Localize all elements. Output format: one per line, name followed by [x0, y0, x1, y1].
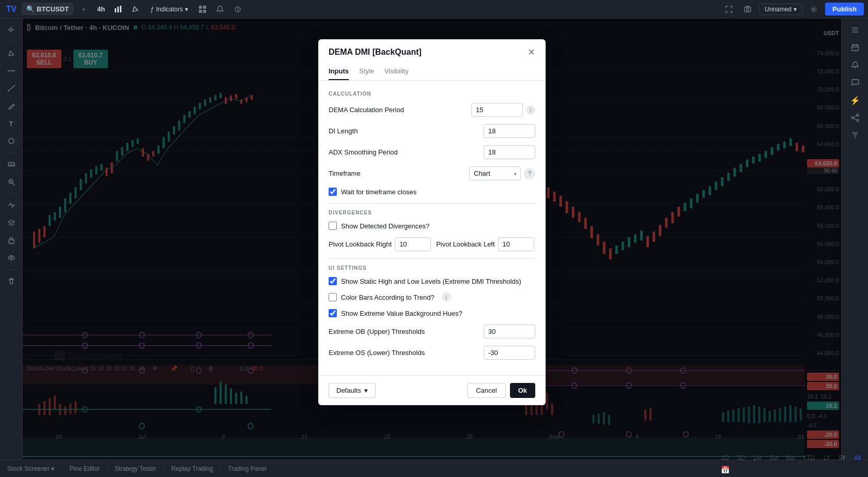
calendar-right-icon[interactable]	[847, 39, 863, 56]
screener-right-icon[interactable]	[847, 127, 863, 144]
fullscreen-icon[interactable]	[722, 2, 736, 17]
replay-icon[interactable]	[230, 2, 245, 17]
pivot-right-input[interactable]	[395, 237, 431, 251]
replay-trading-btn[interactable]: Replay Trading	[168, 464, 216, 473]
extreme-ob-input[interactable]	[484, 325, 535, 338]
form-row-extreme-os: Extreme OS (Lower) Thresholds	[329, 346, 535, 360]
crosshair-tool[interactable]: ✛	[3, 22, 20, 38]
trend-tool[interactable]	[3, 80, 20, 97]
indicators-side-icon[interactable]	[3, 197, 20, 213]
symbol-label: BTCUSDT	[37, 5, 69, 13]
alerts-right-icon[interactable]	[847, 57, 863, 73]
unnamed-button[interactable]: Unnamed ▾	[759, 4, 802, 15]
hline-tool[interactable]	[3, 63, 20, 79]
pine-editor-btn[interactable]: Pine Editor	[66, 464, 103, 473]
adx-smoothing-input[interactable]	[484, 145, 535, 159]
timeframe-button[interactable]: 4h	[94, 4, 108, 14]
show-divergences-checkbox[interactable]	[329, 222, 337, 230]
checkbox-color-bars: Color Bars According to Trend? i	[329, 293, 535, 302]
svg-point-27	[10, 257, 12, 259]
layout-icon[interactable]	[195, 2, 210, 17]
settings-icon[interactable]	[807, 2, 821, 17]
extreme-os-input[interactable]	[484, 346, 535, 360]
lock-icon[interactable]	[3, 232, 20, 249]
modal-dialog: DEMA DMI [BackQuant] ✕ Inputs Style Visi…	[318, 39, 546, 405]
static-levels-label[interactable]: Show Static High and Low Levels (Extreme…	[341, 278, 521, 285]
trading-panel-btn[interactable]: Trading Panel	[225, 464, 269, 473]
pen-tool[interactable]	[3, 98, 20, 114]
calendar-range-icon[interactable]: 📅	[718, 463, 733, 477]
extreme-bg-checkbox[interactable]	[329, 309, 337, 317]
publish-button[interactable]: Publish	[825, 3, 864, 16]
svg-line-14	[8, 86, 14, 91]
svg-rect-0	[115, 8, 116, 12]
svg-rect-6	[203, 10, 206, 13]
chart-area[interactable]: ₿ Bitcoin / Tether · 4h · KUCOIN O 64,34…	[23, 19, 841, 459]
pivot-right-label: Pivot Lookback Right	[329, 240, 392, 248]
strategy-tester-btn[interactable]: Strategy Tester	[112, 464, 159, 473]
drawing-tools-icon[interactable]	[129, 2, 143, 17]
extreme-bg-label[interactable]: Show Extreme Value Background Hues?	[341, 310, 462, 317]
ok-button[interactable]: Ok	[510, 383, 535, 398]
indicators-button[interactable]: ƒ Indicators ▾	[146, 4, 192, 14]
chart-type-icon[interactable]	[111, 2, 126, 17]
modal-overlay: DEMA DMI [BackQuant] ✕ Inputs Style Visi…	[23, 19, 841, 459]
section-ui-settings-label: UI SETTINGS	[329, 265, 535, 271]
color-bars-label[interactable]: Color Bars According to Trend?	[341, 294, 435, 301]
wait-close-label[interactable]: Wait for timeframe closes	[341, 188, 416, 196]
eye-icon[interactable]	[3, 250, 20, 266]
timeframe-select[interactable]: Chart 1m 5m 15m 1h 4h 1D	[469, 166, 521, 180]
main-layout: ✛ T	[0, 19, 868, 459]
dema-period-input[interactable]	[471, 103, 523, 117]
modal-header: DEMA DMI [BackQuant] ✕	[318, 39, 546, 57]
svg-rect-1	[117, 7, 119, 12]
tf-all[interactable]: All	[851, 453, 864, 463]
text-tool[interactable]: T	[3, 115, 20, 132]
modal-tabs: Inputs Style Visibility	[318, 63, 546, 81]
share-icon[interactable]	[847, 110, 863, 126]
wait-close-checkbox[interactable]	[329, 188, 337, 196]
shape-tool[interactable]	[3, 133, 20, 149]
color-bars-checkbox[interactable]	[329, 293, 337, 301]
svg-point-9	[747, 8, 749, 11]
svg-rect-26	[9, 240, 14, 243]
trash-icon[interactable]	[3, 273, 20, 289]
indicators-label: Indicators	[156, 6, 183, 13]
show-divergences-label[interactable]: Show Detected Divergences?	[341, 222, 429, 230]
color-bars-info-icon[interactable]: i	[442, 293, 451, 302]
tab-style[interactable]: Style	[359, 63, 374, 80]
svg-line-23	[12, 183, 14, 185]
tab-visibility[interactable]: Visibility	[384, 63, 409, 80]
svg-point-218	[851, 117, 854, 119]
zoom-tool[interactable]	[3, 174, 20, 190]
cancel-button[interactable]: Cancel	[467, 383, 505, 398]
di-length-input[interactable]	[484, 124, 535, 138]
top-bar-right: Unnamed ▾ Publish	[722, 2, 864, 17]
alert-icon[interactable]	[213, 2, 227, 17]
pivot-lookback-row: Pivot Lookback Right Pivot Lookback Left	[329, 237, 535, 251]
watchlist-icon[interactable]	[847, 22, 863, 38]
add-symbol-button[interactable]: ＋	[76, 2, 91, 17]
right-panel: ⚡	[841, 19, 868, 459]
dema-period-info-icon[interactable]: i	[526, 105, 535, 115]
draw-tool[interactable]	[3, 45, 20, 61]
static-levels-checkbox[interactable]	[329, 277, 337, 285]
snapshot-icon[interactable]	[740, 2, 755, 17]
pivot-left-label: Pivot Lookback Left	[436, 240, 494, 248]
pivot-left-input[interactable]	[498, 237, 534, 251]
indicators-icon: ƒ	[150, 6, 154, 13]
unnamed-label: Unnamed	[765, 6, 792, 13]
modal-close-button[interactable]: ✕	[528, 48, 535, 57]
svg-point-17	[9, 139, 14, 144]
svg-point-217	[857, 114, 859, 116]
symbol-selector[interactable]: 🔍 BTCUSDT	[22, 3, 73, 15]
defaults-button[interactable]: Defaults ▾	[329, 383, 376, 398]
bottom-sep-3	[164, 465, 164, 473]
timeframe-info-btn[interactable]: ?	[524, 168, 535, 179]
chat-icon[interactable]	[847, 74, 863, 91]
layers-icon[interactable]	[3, 214, 20, 231]
tab-inputs[interactable]: Inputs	[329, 63, 349, 80]
trade-icon[interactable]: ⚡	[847, 92, 863, 109]
measure-tool[interactable]	[3, 156, 20, 173]
stock-screener-btn[interactable]: Stock Screener ▾	[4, 464, 57, 473]
